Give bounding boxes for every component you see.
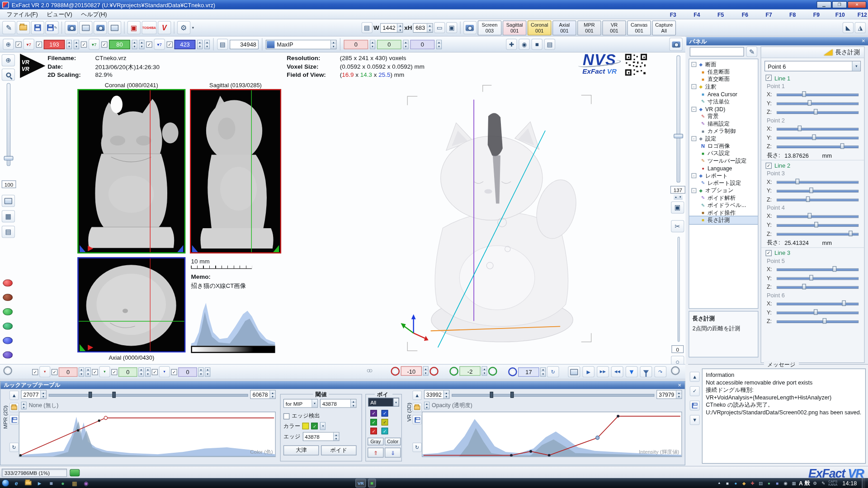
mpr-lut-save-button[interactable]	[9, 415, 19, 424]
minimize-button[interactable]: ▁	[816, 1, 831, 8]
message-ack-button[interactable]	[690, 386, 700, 396]
tree-item[interactable]: 任意断面	[689, 68, 758, 75]
color-dropdown[interactable]	[320, 422, 326, 430]
maximize-button[interactable]: ❐	[832, 1, 847, 8]
clip-scissors-button[interactable]	[671, 220, 684, 232]
point1-x-slider[interactable]	[777, 91, 859, 97]
point6-x-slider[interactable]	[777, 300, 859, 306]
mip-threshold-spinner[interactable]: 43878	[320, 399, 357, 408]
mpr-lut-histogram[interactable]: Color (色)	[19, 412, 276, 457]
view-button-screen[interactable]: Screen003	[478, 20, 502, 35]
void-export-button[interactable]: ⇑	[368, 448, 384, 458]
tree-group[interactable]: オプション	[689, 187, 758, 194]
view-button-mpr[interactable]: MPR001	[577, 20, 601, 35]
point5-y-slider[interactable]	[777, 275, 859, 281]
mpr-2d-tab[interactable]: MPR (2D)	[2, 405, 8, 429]
view-button-sagittal[interactable]: Sagittal001	[503, 20, 527, 35]
collapse-icon[interactable]	[691, 188, 696, 193]
rotate-green-spinner[interactable]	[481, 366, 487, 376]
rewind-button[interactable]	[611, 366, 623, 377]
tray-icon[interactable]	[774, 480, 781, 487]
tree-item[interactable]: カメラ制御	[689, 127, 758, 135]
tray-antivirus-icon[interactable]	[749, 480, 756, 487]
blue-slice-spinner[interactable]	[197, 40, 203, 49]
blue-anim-field[interactable]: 0	[178, 367, 197, 376]
fast-forward-button[interactable]	[597, 366, 609, 377]
render-mode-dropdown[interactable]: MaxIP	[266, 40, 337, 49]
rotate-green-step[interactable]: -2	[459, 366, 481, 376]
rotate-green-minus-button[interactable]	[449, 366, 458, 375]
edge-detect-checkbox[interactable]	[283, 413, 289, 419]
mpr-lut-open-button[interactable]	[9, 403, 19, 412]
green-anim-checkbox[interactable]	[92, 369, 98, 375]
void-color1-checkbox[interactable]	[370, 410, 377, 417]
play-button[interactable]	[582, 366, 594, 377]
blue-anim-spinner[interactable]	[198, 367, 203, 376]
void-threshold-button[interactable]: ボイド	[321, 446, 356, 455]
point-select-dropdown[interactable]: Point 6	[764, 61, 861, 71]
taskbar-app-icon[interactable]	[47, 479, 56, 487]
vr-lut-save-button[interactable]	[412, 415, 422, 424]
layout-tool-icon[interactable]	[544, 39, 555, 50]
tray-icon[interactable]	[732, 480, 739, 487]
vr-zoom-arrows[interactable]	[674, 194, 683, 200]
menu-file[interactable]: ファイル(F)	[2, 9, 42, 19]
graph-tool-icon[interactable]: ◮	[855, 22, 866, 33]
gear-dropdown-arrow[interactable]	[191, 26, 194, 29]
rotate-blue-spinner[interactable]	[540, 367, 546, 376]
tree-item[interactable]: 寸法単位	[689, 98, 758, 105]
snapshot-button[interactable]	[463, 21, 476, 34]
tray-hidden-icons-button[interactable]	[716, 480, 722, 487]
zoom-slider-track[interactable]	[7, 83, 11, 166]
tray-icon[interactable]	[766, 480, 773, 487]
tree-item[interactable]: Nロゴ画像	[689, 142, 758, 150]
red-slice-field[interactable]: 193	[44, 40, 65, 49]
taskbar-app-icon[interactable]	[58, 479, 68, 487]
void-color4-checkbox[interactable]	[382, 419, 388, 426]
width-spinner[interactable]: 1442	[380, 23, 403, 33]
point5-x-slider[interactable]	[777, 266, 859, 272]
void-import-button[interactable]: ⇓	[385, 448, 401, 458]
crosshair-tool-icon[interactable]	[3, 39, 14, 50]
fit-view-icon[interactable]	[2, 195, 15, 207]
panel-search-input[interactable]	[690, 47, 744, 56]
tree-item[interactable]: ボイド操作	[689, 209, 758, 216]
green-plane-icon[interactable]: ▾7	[89, 39, 99, 50]
preset-green2-button[interactable]	[3, 323, 13, 330]
vr-curve-cycle[interactable]	[424, 402, 429, 409]
point4-z-slider[interactable]	[777, 231, 859, 236]
mpr-min-spinner[interactable]: 27077	[21, 390, 47, 399]
blue-channel-checkbox[interactable]	[146, 41, 152, 47]
void-all-dropdown[interactable]: All	[368, 398, 399, 407]
tray-volume-icon[interactable]	[782, 480, 789, 487]
show-desktop-button[interactable]	[862, 478, 865, 488]
red-channel-checkbox[interactable]	[15, 41, 21, 47]
void-color2-checkbox[interactable]	[382, 410, 388, 417]
sagittal-view[interactable]	[190, 89, 281, 253]
red-plane-icon[interactable]: ▾7	[23, 39, 34, 50]
tray-icon[interactable]	[757, 480, 764, 487]
tree-group[interactable]: 注釈	[689, 83, 758, 90]
histogram-tool-icon[interactable]: ◣	[843, 22, 854, 33]
green-anim-checkbox2[interactable]	[111, 369, 117, 375]
red-step-spinner[interactable]	[74, 40, 79, 49]
view-button-canvas[interactable]: Canvas001	[627, 20, 651, 35]
tree-item[interactable]: レポート設定	[689, 179, 758, 187]
size-preset-icon[interactable]	[361, 22, 372, 33]
zoom-slider-handle[interactable]	[4, 156, 14, 160]
close-button[interactable]	[848, 1, 867, 8]
axial-view[interactable]	[77, 257, 185, 352]
rotate-red-plus-button[interactable]	[429, 366, 439, 375]
panel-header[interactable]: パネル	[686, 37, 868, 45]
toshiba-tool-button[interactable]: TOSHIBA	[142, 21, 156, 34]
message-scroll-up-button[interactable]	[690, 372, 700, 382]
menu-view[interactable]: ビュー(V)	[42, 9, 77, 19]
red-offset-field[interactable]: 0	[344, 40, 368, 49]
panel-close-icon[interactable]	[862, 39, 865, 44]
pan-tool-icon[interactable]	[506, 39, 517, 50]
ime-conversion-indicator[interactable]: 般	[805, 479, 810, 487]
point2-z-slider[interactable]	[777, 143, 859, 149]
menu-help[interactable]: ヘルプ(H)	[76, 9, 111, 19]
rotate-blue-minus-button[interactable]	[508, 367, 517, 376]
red-slice-spinner[interactable]	[66, 40, 72, 49]
